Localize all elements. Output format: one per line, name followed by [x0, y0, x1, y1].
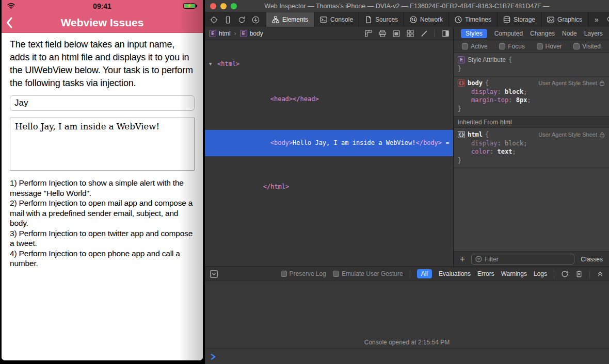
network-icon	[410, 16, 417, 23]
breadcrumb-body[interactable]: body	[250, 30, 263, 37]
lock-icon	[599, 80, 605, 86]
nav-bar: Webview Issues	[2, 12, 203, 33]
dom-node-html-open[interactable]: ▼ <html>	[205, 60, 453, 69]
scope-evaluations[interactable]: Evaluations	[439, 270, 471, 277]
ruler-icon[interactable]	[365, 30, 372, 37]
element-badge: E	[240, 30, 247, 37]
webview-text: Hello Jay, I am inside a WebView!	[15, 122, 159, 131]
dom-pane-icons	[365, 29, 449, 37]
preserve-log-checkbox[interactable]: Preserve Log	[281, 270, 326, 277]
element-picker-icon[interactable]	[210, 16, 218, 24]
disclosure-triangle-icon[interactable]: ▼	[209, 60, 217, 69]
pseudo-visited-checkbox[interactable]: Visited	[573, 43, 601, 50]
css-property[interactable]: display: block;	[458, 88, 605, 96]
traffic-lights	[210, 3, 237, 9]
pseudo-focus-checkbox[interactable]: Focus	[499, 43, 525, 50]
style-attribute-rule[interactable]: E Style Attribute { }	[454, 53, 609, 76]
dom-tree: ▼ <html> <head></head> <body>Hello Jay, …	[205, 40, 453, 267]
minimize-window-button[interactable]	[220, 3, 227, 9]
tab-layers[interactable]: Layers	[584, 30, 603, 37]
elements-icon	[272, 16, 279, 23]
pseudo-hover-checkbox[interactable]: Hover	[537, 43, 562, 50]
collapse-console-icon[interactable]	[210, 270, 218, 278]
breadcrumb-html[interactable]: html	[219, 30, 231, 37]
tab-node[interactable]: Node	[562, 30, 577, 37]
more-tabs-icon[interactable]: »	[595, 15, 599, 24]
timelines-icon	[455, 16, 462, 23]
storage-icon	[503, 16, 510, 23]
description-text: The text field below takes an input name…	[10, 38, 195, 90]
window-title: Web Inspector — Thomas’s iPhone — DVIA-v…	[264, 3, 549, 10]
inherited-from-header: Inherited From html	[454, 117, 609, 128]
filter-input[interactable]	[485, 256, 570, 263]
sidebar-tabs: Styles Computed Changes Node Layers	[454, 27, 609, 40]
status-bar: 09:41 ⚡	[2, 0, 203, 12]
tab-styles[interactable]: Styles	[461, 29, 487, 38]
name-input[interactable]	[10, 95, 195, 111]
tab-changes[interactable]: Changes	[530, 30, 555, 37]
toggle-sidebar-icon[interactable]	[442, 30, 449, 37]
css-property[interactable]: color: text;	[458, 147, 605, 156]
reload-icon[interactable]	[238, 16, 246, 24]
clear-console-icon[interactable]	[575, 270, 583, 277]
dom-node-html-close[interactable]: </html>	[205, 174, 453, 200]
dom-node-head[interactable]: <head></head>	[205, 86, 453, 112]
inherited-html-link[interactable]: html	[500, 119, 512, 126]
zoom-window-button[interactable]	[231, 3, 237, 9]
css-property-overridden[interactable]: display: block;	[458, 139, 605, 148]
lock-icon	[599, 131, 605, 138]
tab-elements[interactable]: Elements	[266, 12, 314, 27]
grid-overlay-icon[interactable]	[407, 30, 414, 37]
dom-node-body-selected[interactable]: <body>Hello Jay, I am inside a WebView!<…	[205, 130, 453, 156]
breadcrumb-separator-icon: ›	[234, 30, 236, 37]
print-icon[interactable]	[379, 30, 386, 37]
expand-console-icon[interactable]	[597, 270, 604, 277]
dom-pane: E html › E body	[205, 27, 453, 267]
task-item: 1) Perform Injection to show a simple al…	[10, 178, 195, 198]
task-item: 4) Perform Injection to open phone app a…	[10, 249, 195, 269]
tab-console[interactable]: Console	[314, 12, 359, 27]
window-titlebar[interactable]: Web Inspector — Thomas’s iPhone — DVIA-v…	[205, 0, 609, 12]
tab-timelines[interactable]: Timelines	[448, 12, 497, 27]
search-icon[interactable]	[607, 16, 609, 23]
breadcrumb: E html › E body	[205, 27, 453, 40]
graphics-icon	[547, 16, 554, 23]
styles-filter-bar: + Classes	[454, 251, 609, 267]
classes-button[interactable]: Classes	[579, 256, 605, 263]
tab-storage[interactable]: Storage	[497, 12, 541, 27]
pseudo-class-row: Active Focus Hover Visited	[454, 40, 609, 53]
device-icon[interactable]	[224, 16, 232, 24]
battery-icon: ⚡	[183, 3, 196, 9]
paint-flashing-icon[interactable]	[421, 30, 428, 37]
pseudo-active-checkbox[interactable]: Active	[462, 43, 488, 50]
rule-origin: User Agent Style Sheet	[538, 130, 605, 139]
uiwebview[interactable]: Hello Jay, I am inside a WebView!	[10, 118, 195, 171]
phone-content: The text field below takes an input name…	[2, 33, 203, 360]
styles-sidebar: Styles Computed Changes Node Layers Acti…	[453, 27, 609, 267]
scope-errors[interactable]: Errors	[477, 270, 494, 277]
download-icon[interactable]	[252, 16, 260, 24]
toolbar-left-icons	[205, 12, 266, 27]
tab-sources[interactable]: Sources	[359, 12, 404, 27]
body-rule[interactable]: {} body { User Agent Style Sheet display…	[454, 76, 609, 117]
scope-logs[interactable]: Logs	[534, 270, 547, 277]
charging-bolt-icon: ⚡	[184, 4, 195, 8]
back-button[interactable]	[6, 16, 16, 29]
emulate-user-gesture-checkbox[interactable]: Emulate User Gesture	[333, 270, 403, 277]
device-frame-icon[interactable]	[393, 30, 400, 37]
tab-network[interactable]: Network	[404, 12, 448, 27]
tab-computed[interactable]: Computed	[494, 30, 523, 37]
close-window-button[interactable]	[210, 3, 216, 9]
garbage-collect-icon[interactable]	[561, 270, 569, 278]
new-rule-button[interactable]: +	[458, 255, 467, 263]
scope-warnings[interactable]: Warnings	[501, 270, 527, 277]
tab-graphics[interactable]: Graphics	[541, 12, 588, 27]
css-property[interactable]: margin-top: 8px;	[458, 96, 605, 105]
console-log-area[interactable]: Console opened at 2:15:54 PM	[205, 281, 609, 349]
inspector-tabs: Elements Console Sources Network Timelin…	[266, 12, 588, 27]
filter-input-wrap	[471, 254, 574, 264]
iphone-mirror: 09:41 ⚡ Webview Issues The text field be…	[0, 0, 205, 364]
console-input-row[interactable]	[205, 349, 609, 364]
html-rule[interactable]: {} html { User Agent Style Sheet display…	[454, 128, 609, 168]
scope-all[interactable]: All	[417, 269, 432, 278]
